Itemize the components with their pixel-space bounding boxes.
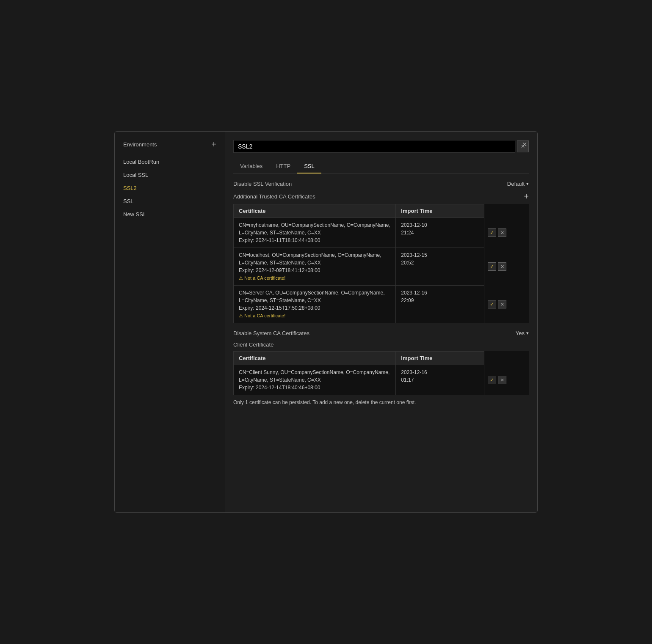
client-cert-title: Client Certificate xyxy=(233,341,274,348)
tab-variables[interactable]: Variables xyxy=(233,160,269,173)
table-row: CN=Client Sunny, OU=CompanySectionName, … xyxy=(234,365,529,395)
disable-ssl-label: Disable SSL Verification xyxy=(233,181,292,187)
warning-text-2: ⚠ Not a CA certificate! xyxy=(239,275,285,281)
tab-ssl[interactable]: SSL xyxy=(297,160,321,173)
client-cert-time-1: 2023-12-1601:17 xyxy=(396,365,484,395)
sidebar-item-local-bootrun[interactable]: Local BootRun xyxy=(115,155,225,168)
trusted-ca-actions-2: ✓ ✕ xyxy=(484,248,529,286)
add-trusted-ca-button[interactable]: + xyxy=(524,192,529,201)
trusted-ca-actions-3: ✓ ✕ xyxy=(484,286,529,323)
disable-ssl-row: Disable SSL Verification Default xyxy=(233,181,529,187)
client-cert-check-1[interactable]: ✓ xyxy=(488,376,496,384)
client-cert-cert-1: CN=Client Sunny, OU=CompanySectionName, … xyxy=(234,365,396,395)
env-name-row: ✕ xyxy=(233,140,529,153)
trusted-ca-time-1: 2023-12-1021:24 xyxy=(396,218,484,248)
disable-ssl-dropdown[interactable]: Default xyxy=(507,181,529,187)
trusted-ca-check-1[interactable]: ✓ xyxy=(488,228,496,237)
disable-system-ca-label: Disable System CA Certificates xyxy=(233,330,309,336)
client-cert-actions-1: ✓ ✕ xyxy=(484,365,529,395)
trusted-ca-delete-2[interactable]: ✕ xyxy=(498,262,506,271)
trusted-ca-cert-2: CN=localhost, OU=CompanySectionName, O=C… xyxy=(234,248,396,286)
trusted-ca-cert-3: CN=Server CA, OU=CompanySectionName, O=C… xyxy=(234,286,396,323)
environments-label: Environments xyxy=(123,141,157,148)
trusted-ca-col-cert: Certificate xyxy=(234,204,396,218)
trusted-ca-delete-3[interactable]: ✕ xyxy=(498,300,506,308)
trusted-ca-col-time: Import Time xyxy=(396,204,484,218)
table-row: CN=localhost, OU=CompanySectionName, O=C… xyxy=(234,248,529,286)
trusted-ca-table: Certificate Import Time CN=myhostname, O… xyxy=(233,204,529,323)
modal: × Environments + Local BootRun Local SSL… xyxy=(114,131,538,513)
trusted-ca-section: Additional Trusted CA Certificates + Cer… xyxy=(233,192,529,323)
client-cert-col-time: Import Time xyxy=(396,352,484,365)
close-button[interactable]: × xyxy=(519,138,530,150)
trusted-ca-check-2[interactable]: ✓ xyxy=(488,262,496,271)
table-row: CN=Server CA, OU=CompanySectionName, O=C… xyxy=(234,286,529,323)
client-cert-note: Only 1 certificate can be persisted. To … xyxy=(233,395,529,410)
trusted-ca-header: Additional Trusted CA Certificates + xyxy=(233,192,529,201)
trusted-ca-delete-1[interactable]: ✕ xyxy=(498,228,506,237)
sidebar-item-new-ssl[interactable]: New SSL xyxy=(115,208,225,221)
trusted-ca-time-3: 2023-12-1622:09 xyxy=(396,286,484,323)
env-name-input[interactable] xyxy=(233,140,515,153)
disable-system-ca-dropdown[interactable]: Yes xyxy=(516,330,529,336)
sidebar-item-local-ssl[interactable]: Local SSL xyxy=(115,168,225,182)
main-content: ✕ Variables HTTP SSL Disable SSL Verific… xyxy=(225,132,537,512)
trusted-ca-cert-1: CN=myhostname, OU=CompanySectionName, O=… xyxy=(234,218,396,248)
client-cert-header: Client Certificate xyxy=(233,341,529,348)
tab-http[interactable]: HTTP xyxy=(269,160,297,173)
client-cert-col-cert: Certificate xyxy=(234,352,396,365)
sidebar: Environments + Local BootRun Local SSL S… xyxy=(115,132,225,512)
table-row: CN=myhostname, OU=CompanySectionName, O=… xyxy=(234,218,529,248)
tabs: Variables HTTP SSL xyxy=(233,160,529,174)
sidebar-item-ssl2[interactable]: SSL2 xyxy=(115,182,225,195)
sidebar-item-ssl[interactable]: SSL xyxy=(115,195,225,208)
client-cert-table: Certificate Import Time CN=Client Sunny,… xyxy=(233,351,529,395)
client-cert-delete-1[interactable]: ✕ xyxy=(498,376,506,384)
sidebar-header: Environments + xyxy=(115,140,225,155)
warning-text-3: ⚠ Not a CA certificate! xyxy=(239,313,285,318)
trusted-ca-time-2: 2023-12-1520:52 xyxy=(396,248,484,286)
modal-body: Environments + Local BootRun Local SSL S… xyxy=(115,132,537,512)
disable-system-ca-row: Disable System CA Certificates Yes xyxy=(233,330,529,336)
client-cert-section: Client Certificate Certificate Import Ti… xyxy=(233,341,529,410)
trusted-ca-check-3[interactable]: ✓ xyxy=(488,300,496,308)
trusted-ca-actions-1: ✓ ✕ xyxy=(484,218,529,248)
trusted-ca-title: Additional Trusted CA Certificates xyxy=(233,193,315,200)
add-environment-button[interactable]: + xyxy=(211,140,216,149)
